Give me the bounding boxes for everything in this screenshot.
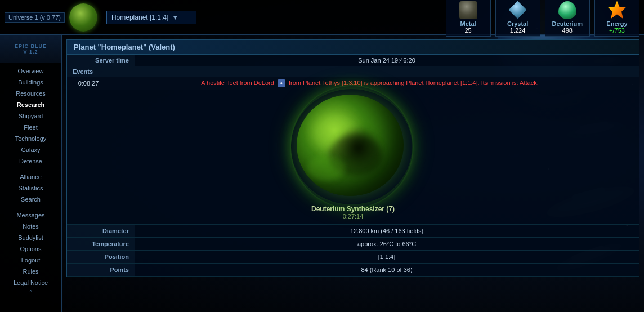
- event-time: 0:08:27: [71, 80, 105, 87]
- server-time-label: Server time: [67, 55, 135, 66]
- planet-display: Deuterium Synthesizer (7) 0:27:14: [67, 90, 639, 225]
- planet-panel: Planet "Homeplanet" (Valent) Server time…: [66, 39, 639, 277]
- sidebar-item-notes[interactable]: Notes: [0, 221, 61, 232]
- logo-line2: V 1.2: [15, 49, 47, 55]
- sidebar-item-buddylist[interactable]: Buddylist: [0, 232, 61, 243]
- crystal-label: Crystal: [507, 20, 528, 27]
- logo-line1: EPIC BLUE: [15, 43, 47, 49]
- sidebar-item-alliance[interactable]: Alliance: [0, 171, 61, 182]
- sidebar-nav: Overview Buildings Resources Research Sh…: [0, 63, 61, 312]
- main-content: Planet "Homeplanet" (Valent) Server time…: [62, 35, 644, 312]
- metal-value: 25: [464, 27, 471, 34]
- events-header: Events: [67, 66, 639, 77]
- resource-crystal: Crystal 1.224: [495, 0, 540, 37]
- sidebar-item-fleet[interactable]: Fleet: [0, 122, 61, 133]
- metal-label: Metal: [460, 20, 476, 27]
- position-value: [1:1:4]: [135, 251, 639, 263]
- stat-row-diameter: Diameter 12.800 km (46 / 163 fields): [67, 225, 639, 238]
- sidebar-item-messages[interactable]: Messages: [0, 210, 61, 221]
- temperature-label: Temperature: [67, 238, 135, 250]
- sidebar-item-buildings[interactable]: Buildings: [0, 77, 61, 88]
- planet-icon-container: [69, 3, 97, 32]
- dropdown-arrow-icon: ▼: [172, 14, 178, 21]
- sidebar-item-rules[interactable]: Rules: [0, 266, 61, 277]
- planet-icon-small: [69, 3, 97, 32]
- metal-icon: [459, 1, 477, 19]
- sidebar-item-options[interactable]: Options: [0, 243, 61, 255]
- stat-row-position: Position [1:1:4]: [67, 251, 639, 264]
- resource-metal: Metal 25: [446, 0, 491, 37]
- resource-deuterium: Deuterium 498: [545, 0, 590, 37]
- stat-row-points: Points 84 (Rank 10 of 36): [67, 264, 639, 277]
- diameter-label: Diameter: [67, 225, 135, 237]
- diameter-value: 12.800 km (46 / 163 fields): [135, 225, 639, 237]
- top-bar: Universe 1 (v 0.77) Homeplanet [1:1:4] ▼…: [0, 0, 644, 35]
- sidebar-item-overview[interactable]: Overview: [0, 65, 61, 77]
- server-time-value: Sun Jan 24 19:46:20: [135, 55, 639, 66]
- points-label: Points: [67, 264, 135, 276]
- sidebar-item-statistics[interactable]: Statistics: [0, 182, 61, 194]
- sidebar-item-defense[interactable]: Defense: [0, 155, 61, 167]
- panel-title: Planet "Homeplanet" (Valent): [67, 40, 639, 55]
- energy-icon: [608, 1, 626, 19]
- sidebar-item-logout[interactable]: Logout: [0, 255, 61, 266]
- deuterium-label: Deuterium: [552, 20, 583, 27]
- sidebar-item-shipyard[interactable]: Shipyard: [0, 110, 61, 122]
- energy-label: Energy: [606, 20, 627, 27]
- planet-selector[interactable]: Homeplanet [1:1:4] ▼: [106, 11, 196, 24]
- resource-energy: Energy +/753: [594, 0, 639, 37]
- content-area: EPIC BLUE V 1.2 Overview Buildings Resou…: [0, 35, 644, 312]
- energy-value: +/753: [609, 27, 625, 34]
- crystal-value: 1.224: [510, 27, 526, 34]
- event-text-part2: from Planet Tethys [1:3:10] is approachi…: [289, 79, 539, 86]
- planet-image-container: [297, 95, 409, 202]
- server-time-table: Server time Sun Jan 24 19:46:20: [67, 55, 639, 66]
- universe-label: Universe 1 (v 0.77): [5, 12, 65, 23]
- sidebar-logo: EPIC BLUE V 1.2: [0, 35, 61, 63]
- sidebar-item-resources[interactable]: Resources: [0, 88, 61, 99]
- universe-title: Universe 1 (v 0.77): [8, 14, 61, 21]
- event-text-part1: A hostile fleet from DeLord: [201, 79, 274, 86]
- sidebar-item-research[interactable]: Research: [0, 99, 61, 110]
- nav-divider-2: [0, 205, 61, 210]
- planet-panel-title-text: Planet "Homeplanet" (Valent): [74, 43, 175, 51]
- sidebar-item-legal-notice[interactable]: Legal Notice: [0, 277, 61, 288]
- stats-section: Diameter 12.800 km (46 / 163 fields) Tem…: [67, 225, 639, 277]
- deuterium-icon: [558, 1, 576, 19]
- sidebar-item-galaxy[interactable]: Galaxy: [0, 144, 61, 155]
- nav-divider-1: [0, 167, 61, 171]
- planet-selector-label: Homeplanet [1:1:4]: [111, 14, 168, 21]
- main-container: Universe 1 (v 0.77) Homeplanet [1:1:4] ▼…: [0, 0, 644, 312]
- planet-building-timer: 0:27:14: [343, 213, 364, 220]
- events-label: Events: [73, 68, 93, 75]
- planet-main-image: [297, 95, 404, 196]
- crystal-icon: [509, 1, 527, 19]
- points-value: 84 (Rank 10 of 36): [135, 264, 639, 276]
- event-text: A hostile fleet from DeLord ✦ from Plane…: [105, 79, 634, 87]
- deuterium-value: 498: [562, 27, 573, 34]
- sidebar-item-technology[interactable]: Technology: [0, 133, 61, 144]
- sidebar-item-search[interactable]: Search: [0, 194, 61, 205]
- stat-row-temperature: Temperature approx. 26°C to 66°C: [67, 238, 639, 251]
- scroll-up-indicator: ^: [0, 288, 61, 297]
- sidebar: EPIC BLUE V 1.2 Overview Buildings Resou…: [0, 35, 62, 312]
- temperature-value: approx. 26°C to 66°C: [135, 238, 639, 250]
- position-label: Position: [67, 251, 135, 263]
